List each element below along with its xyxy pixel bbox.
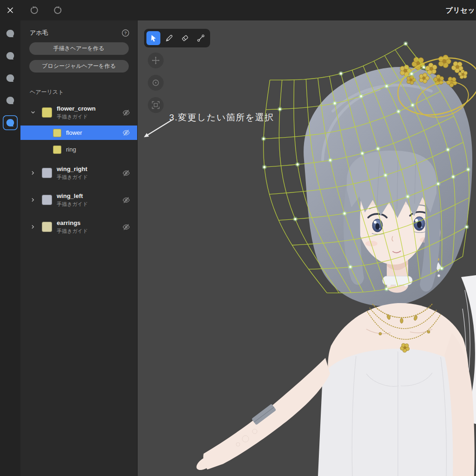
rotate-icon [152, 79, 160, 87]
hair-list-item-wing-left[interactable]: wing_left 手描きガイド [20, 189, 137, 211]
hair-list-item-ring[interactable]: ring [20, 142, 137, 157]
camera-rotate-button[interactable] [148, 75, 164, 91]
select-tool-button[interactable] [146, 31, 160, 45]
preset-menu[interactable]: プリセッ [446, 6, 476, 15]
head-back-hair-icon [6, 96, 15, 105]
chevron-right-icon[interactable] [30, 224, 36, 230]
visibility-off-icon[interactable] [122, 223, 130, 231]
visibility-off-icon[interactable] [122, 109, 130, 117]
redo-button[interactable] [48, 1, 67, 20]
move-icon [152, 56, 160, 65]
frame-icon [152, 101, 160, 109]
color-swatch[interactable] [42, 222, 52, 232]
cursor-icon [149, 34, 158, 42]
question-circle-icon [121, 29, 130, 37]
hair-item-name: earrings [57, 219, 88, 227]
head-bangs-icon [6, 51, 15, 60]
hair-list-title: ヘアーリスト [20, 73, 137, 96]
close-button[interactable] [0, 0, 20, 20]
chevron-down-icon[interactable] [30, 109, 36, 116]
visibility-off-icon[interactable] [122, 196, 130, 204]
hair-item-name: flower [66, 129, 82, 136]
hair-item-name: wing_left [57, 192, 88, 200]
head-side-hair-icon [6, 73, 15, 83]
create-procedural-hair-button[interactable]: プロシージャルヘアーを作る [29, 60, 129, 73]
head-ahoge-icon [6, 118, 15, 127]
hair-item-guide-type: 手描きガイド [57, 174, 88, 180]
color-swatch[interactable] [42, 168, 52, 178]
rail-item-ahoge[interactable] [3, 115, 18, 130]
camera-move-button[interactable] [148, 53, 164, 68]
color-swatch[interactable] [42, 107, 52, 118]
eraser-icon [181, 34, 189, 42]
hair-list-item-flower[interactable]: flower [20, 126, 137, 140]
visibility-off-icon[interactable] [122, 169, 130, 177]
hair-item-guide-type: 手描きガイド [57, 201, 88, 207]
hair-item-name: flower_crown [57, 105, 96, 112]
panel-title: アホ毛 [30, 29, 48, 37]
hair-list-item-wing-right[interactable]: wing_right 手描きガイド [20, 162, 137, 184]
hair-list-item-flower-crown[interactable]: flower_crown 手描きガイド [20, 102, 137, 123]
hair-item-name: ring [66, 146, 76, 153]
rail-item-hair-all[interactable] [3, 26, 18, 41]
ahoge-panel: アホ毛 手描きヘアーを作る プロシージャルヘアーを作る ヘアーリスト flowe… [20, 20, 138, 476]
help-button[interactable] [121, 29, 130, 37]
camera-frame-button[interactable] [148, 97, 164, 113]
chevron-right-icon[interactable] [30, 197, 36, 203]
viewport-toolbar [144, 29, 210, 47]
head-hair-all-icon [6, 29, 15, 38]
hair-item-guide-type: 手描きガイド [57, 114, 96, 120]
rail-item-back-hair[interactable] [3, 93, 18, 108]
undo-button[interactable] [25, 1, 44, 20]
hair-list-item-earrings[interactable]: earrings 手描きガイド [20, 216, 137, 238]
vroid-studio-app: プリセッ アホ毛 手描きヘアーを作る プロシージャルヘアーを作る ヘアーリスト … [0, 0, 476, 476]
spline-icon [197, 34, 205, 42]
chevron-right-icon[interactable] [30, 170, 36, 176]
pen-tool-button[interactable] [162, 31, 176, 45]
pen-icon [165, 34, 173, 42]
hair-item-guide-type: 手描きガイド [57, 228, 88, 234]
color-swatch[interactable] [53, 145, 61, 154]
annotation-arrow [144, 120, 172, 137]
eraser-tool-button[interactable] [178, 31, 192, 45]
rail-item-bangs[interactable] [3, 48, 18, 63]
undo-icon [30, 6, 39, 15]
color-swatch[interactable] [53, 129, 61, 137]
create-hand-drawn-hair-button[interactable]: 手描きヘアーを作る [29, 42, 129, 55]
category-rail [0, 20, 20, 476]
character-scene [138, 20, 476, 476]
hair-item-name: wing_right [57, 165, 88, 173]
spline-tool-button[interactable] [194, 31, 208, 45]
viewport-3d[interactable]: 3.変更したい箇所を選択 [138, 20, 476, 476]
left-arm [194, 358, 330, 473]
close-icon [7, 7, 14, 14]
hair-list: flower_crown 手描きガイド flower ring wing_rig… [20, 102, 137, 238]
topbar: プリセッ [0, 0, 476, 20]
rail-item-side-hair[interactable] [3, 71, 18, 86]
tutorial-annotation: 3.変更したい箇所を選択 [169, 112, 274, 124]
visibility-off-icon[interactable] [122, 129, 130, 137]
redo-icon [53, 6, 62, 15]
color-swatch[interactable] [42, 195, 52, 205]
